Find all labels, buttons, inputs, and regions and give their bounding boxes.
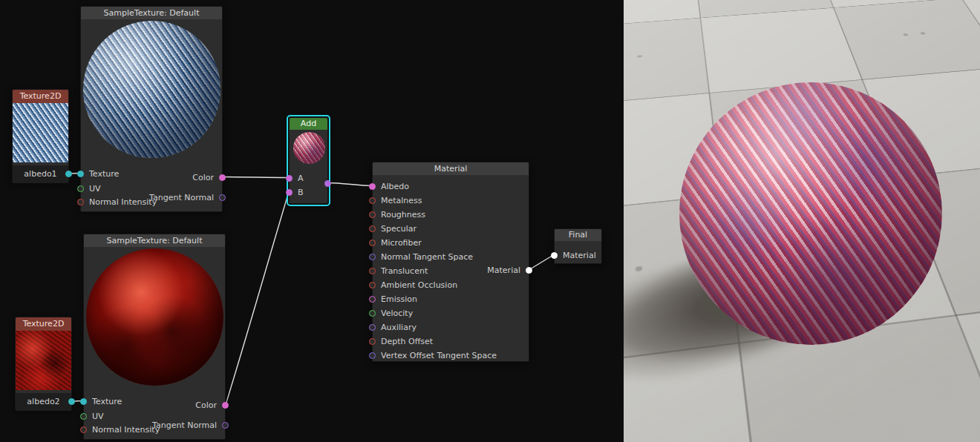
a-input-port[interactable] — [286, 175, 293, 182]
node-header[interactable]: Texture2D — [16, 317, 71, 331]
output-label-color: Color — [192, 173, 214, 182]
specular-input-port[interactable] — [369, 225, 376, 232]
output-label-material: Material — [487, 265, 520, 275]
input-label: Roughness — [381, 210, 425, 220]
input-label: Vertex Offset Tangent Space — [381, 351, 497, 360]
vertex-offset-tangent-space-input-port[interactable] — [369, 352, 376, 359]
wire-add-to-material-albedo — [328, 183, 372, 186]
input-label: Ambient Occlusion — [381, 280, 457, 290]
input-row-b: B — [290, 186, 327, 199]
texture-output-port[interactable] — [68, 398, 75, 405]
node-header[interactable]: Final — [555, 229, 601, 241]
output-label-tangent-normal: Tangent Normal — [152, 420, 217, 430]
node-header[interactable]: SampleTexture: Default — [81, 7, 222, 19]
input-row-velocity: Velocity — [373, 307, 529, 320]
node-texture2d-albedo2[interactable]: Texture2D albedo2 — [15, 317, 72, 410]
input-label: Emission — [381, 294, 417, 304]
input-label-b: B — [298, 188, 304, 197]
node-sampletexture-1[interactable]: SampleTexture: Default Texture UV Normal… — [80, 6, 223, 212]
input-label: Auxiliary — [381, 323, 416, 332]
input-label: Velocity — [381, 309, 413, 318]
metalness-input-port[interactable] — [369, 197, 376, 204]
output-row-tangent-normal: Tangent Normal — [81, 191, 222, 204]
input-row-auxiliary: Auxiliary — [373, 321, 529, 334]
microfiber-input-port[interactable] — [369, 240, 376, 246]
velocity-input-port[interactable] — [369, 310, 376, 317]
input-row-normal-tangent-space: Normal Tangent Space — [373, 251, 529, 263]
wire-sample2-color-to-add-b — [226, 192, 289, 405]
input-row-roughness: Roughness — [373, 208, 529, 221]
input-row-specular: Specular — [373, 222, 529, 235]
texture-name-label: albedo2 — [16, 393, 71, 411]
material-output-port[interactable] — [526, 267, 532, 274]
node-add[interactable]: Add A B — [289, 117, 328, 204]
node-final[interactable]: Final Material — [554, 228, 602, 264]
output-label-tangent-normal: Tangent Normal — [149, 193, 214, 202]
normal-tangent-space-input-port[interactable] — [369, 254, 376, 260]
input-row-microfiber: Microfiber — [373, 237, 529, 249]
input-row-metalness: Metalness — [373, 194, 529, 207]
texture-name-label: albedo1 — [13, 165, 68, 183]
input-row-a: A — [290, 172, 327, 185]
input-row-vertex-offset-tangent-space: Vertex Offset Tangent Space — [373, 349, 529, 362]
input-label: Specular — [381, 224, 416, 234]
color-output-port[interactable] — [219, 174, 226, 181]
roughness-input-port[interactable] — [369, 211, 376, 218]
tangent-normal-output-port[interactable] — [222, 422, 229, 429]
texture-output-port[interactable] — [65, 171, 72, 177]
denim-preview-sphere — [83, 21, 220, 158]
ambient-occlusion-input-port[interactable] — [369, 282, 376, 288]
node-sampletexture-2[interactable]: SampleTexture: Default Texture UV Normal… — [83, 234, 226, 440]
input-label: Normal Tangent Space — [381, 252, 473, 262]
input-label: Depth Offset — [381, 337, 433, 346]
emission-input-port[interactable] — [369, 296, 376, 303]
wire-material-to-final — [529, 255, 554, 270]
denim-texture-thumbnail — [13, 103, 68, 162]
input-label: Microfiber — [381, 238, 422, 248]
tangent-normal-output-port[interactable] — [219, 194, 226, 201]
output-row-tangent-normal: Tangent Normal — [84, 419, 225, 432]
red-preview-sphere — [86, 248, 223, 386]
b-input-port[interactable] — [286, 189, 293, 196]
input-row-depth-offset: Depth Offset — [373, 335, 529, 348]
node-header[interactable]: Material — [373, 162, 529, 175]
material-node-editor: Texture2D albedo1 SampleTexture: Default… — [0, 0, 980, 442]
node-header[interactable]: Texture2D — [13, 90, 68, 103]
add-preview-sphere — [293, 132, 325, 164]
output-label-color: Color — [195, 400, 217, 410]
final-material-input-port[interactable] — [551, 252, 558, 259]
output-row-material: Material — [373, 264, 529, 277]
depth-offset-input-port[interactable] — [369, 338, 376, 345]
node-header[interactable]: SampleTexture: Default — [84, 234, 225, 247]
output-row-color: Color — [81, 171, 222, 184]
wire-sample1-color-to-add-a — [223, 177, 289, 178]
node-header[interactable]: Add — [290, 118, 327, 130]
red-texture-thumbnail — [16, 331, 71, 390]
input-label: Albedo — [381, 182, 409, 191]
auxiliary-input-port[interactable] — [369, 324, 376, 331]
input-label-material: Material — [563, 251, 596, 260]
input-row-material: Material — [555, 249, 601, 262]
node-texture2d-albedo1[interactable]: Texture2D albedo1 — [12, 89, 69, 182]
input-label: Metalness — [381, 196, 422, 205]
albedo-input-port[interactable] — [369, 183, 376, 190]
input-row-ambient-occlusion: Ambient Occlusion — [373, 279, 529, 291]
add-output-port[interactable] — [324, 180, 331, 187]
color-output-port[interactable] — [222, 402, 229, 409]
output-row-color: Color — [84, 399, 225, 412]
input-row-emission: Emission — [373, 293, 529, 306]
material-preview-viewport[interactable] — [624, 0, 980, 442]
input-row-albedo: Albedo — [373, 180, 529, 193]
node-material[interactable]: Material Albedo Metalness Roughness Spec… — [372, 162, 529, 362]
material-preview-sphere — [679, 82, 942, 345]
node-graph-canvas[interactable]: Texture2D albedo1 SampleTexture: Default… — [0, 0, 624, 442]
input-label-a: A — [298, 174, 304, 183]
